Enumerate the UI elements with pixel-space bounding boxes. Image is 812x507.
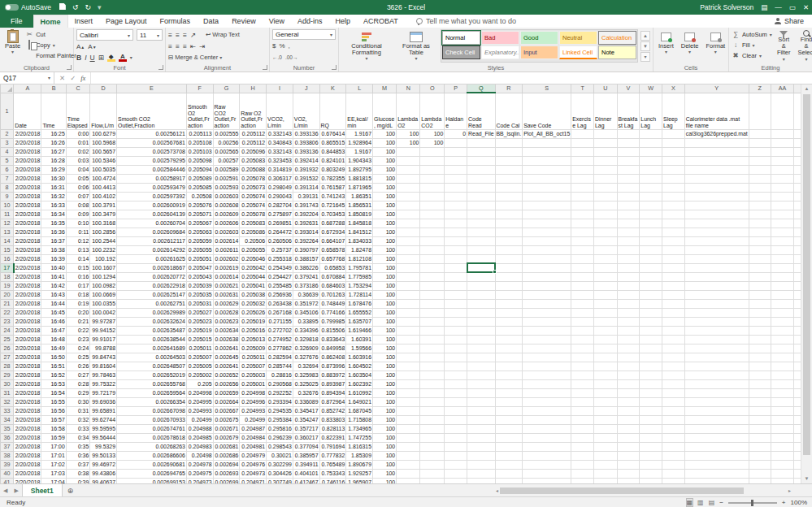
autosave-toggle[interactable]: AutoSave [0,3,56,11]
cell-V11[interactable] [617,210,640,219]
cell-I22[interactable]: 0.267168 [267,308,293,317]
row-header-17[interactable]: 17 [1,263,14,272]
cell-G41[interactable]: 0.002699 [213,478,240,483]
cell-I17[interactable]: 0.254349 [267,263,293,272]
cell-Q8[interactable] [467,183,495,192]
cell-K20[interactable]: 0.701263 [319,290,346,299]
cell-H22[interactable]: 0.205026 [240,308,267,317]
cell-Y36[interactable] [684,433,749,442]
undo-button[interactable]: ↺ [72,0,79,15]
formula-input[interactable] [91,72,812,84]
cell-G30[interactable]: 0.002656 [213,379,240,388]
cell-P33[interactable] [445,406,467,415]
cell-E20[interactable]: 0.002625147 [117,290,187,299]
font-name-select[interactable]: Calibri▾ [76,29,133,41]
cell-S21[interactable] [523,299,571,308]
cell-K22[interactable]: 0.774166 [319,308,346,317]
cell-C20[interactable]: 0:18 [66,290,90,299]
cell-R26[interactable] [495,344,523,353]
cell-Y21[interactable] [684,299,749,308]
cell-N2[interactable]: 100 [397,129,420,138]
cell-M25[interactable]: 100 [373,335,397,344]
cell-D2[interactable]: 100.6279 [90,129,117,138]
row-header-3[interactable]: 3 [1,138,14,147]
cell-C32[interactable]: 0:30 [66,397,90,406]
cell-V13[interactable] [617,228,640,236]
cell-I32[interactable]: 0.293394 [267,397,293,406]
cell-W12[interactable] [640,219,662,228]
cell-L35[interactable]: 1.734965 [346,424,373,433]
cell-X2[interactable] [662,129,685,138]
cell-P31[interactable] [445,388,467,397]
cell-J36[interactable]: 0.360217 [293,433,319,442]
tell-me-search[interactable]: Tell me what you want to do [416,15,516,28]
cell-R14[interactable] [495,236,523,245]
cell-B33[interactable]: 16:56 [41,406,66,415]
cell-K29[interactable]: 0.883972 [319,370,346,379]
col-header-S[interactable]: S [523,84,571,93]
cell-Y17[interactable] [684,263,749,272]
cell-Q5[interactable] [467,156,495,165]
cell-R8[interactable] [495,183,523,192]
cell-Y40[interactable] [684,469,749,478]
cell-X31[interactable] [662,388,685,397]
row-header-5[interactable]: 5 [1,156,14,165]
cell-U17[interactable] [593,263,617,272]
cell-B26[interactable]: 16:49 [41,344,66,353]
cell-Y26[interactable] [684,344,749,353]
cell-J33[interactable]: 0.345417 [293,406,319,415]
cell-AA5[interactable] [771,156,793,165]
cell-Z41[interactable] [749,478,771,483]
cell-A5[interactable]: 2/20/2018 [14,156,41,165]
cell-J24[interactable]: 0.334396 [293,326,319,335]
cell-A2[interactable]: 2/20/2018 [14,129,41,138]
cell-D7[interactable]: 100.4724 [90,174,117,183]
cell-H21[interactable]: 0.205032 [240,299,267,308]
cell-E37[interactable]: 0.00268263 [117,442,187,451]
cell-L2[interactable]: 1.9167 [346,129,373,138]
cell-G5[interactable]: 0.00257 [213,156,240,165]
cell-M9[interactable]: 100 [373,192,397,201]
cell-Q10[interactable] [467,201,495,210]
cell-P40[interactable] [445,469,467,478]
row-header-36[interactable]: 36 [1,433,14,442]
cell-T19[interactable] [571,281,594,290]
cell-style-note[interactable]: Note [598,46,636,59]
cell-V27[interactable] [617,353,640,362]
shrink-font-button[interactable]: A▼ [88,43,96,50]
cell-style-calculation[interactable]: Calculation [598,31,636,45]
cell-T39[interactable] [571,460,594,469]
cell-AA24[interactable] [771,326,793,335]
cell-V7[interactable] [617,174,640,183]
cell-R24[interactable] [495,326,523,335]
cell-U39[interactable] [593,460,617,469]
cell-C38[interactable]: 0:36 [66,451,90,460]
scroll-up-icon[interactable]: ▲ [801,84,812,93]
cell-L11[interactable]: 1.850819 [346,210,373,219]
cell-G14[interactable]: 0.002614 [213,236,240,245]
cell-I14[interactable]: 0.260506 [267,236,293,245]
cell-I27[interactable]: 0.282594 [267,353,293,362]
cell-AA33[interactable] [771,406,793,415]
enter-icon[interactable]: ✓ [70,74,76,82]
cell-W7[interactable] [640,174,662,183]
format-cells-button[interactable]: Format▾ [703,29,727,63]
cell-N13[interactable] [397,228,420,236]
cell-U22[interactable] [593,308,617,317]
cell-U3[interactable] [593,138,617,147]
cell-X16[interactable] [662,254,685,263]
cell-I38[interactable]: 0.30021 [267,451,293,460]
delete-cells-button[interactable]: Delete▾ [679,29,701,63]
cell-U2[interactable] [593,129,617,138]
cell-J40[interactable]: 0.404101 [293,469,319,478]
font-dialog-launcher[interactable] [158,65,163,70]
save-button[interactable] [59,0,66,15]
cell-R17[interactable] [495,263,523,272]
cell-T16[interactable] [571,254,594,263]
cell-G37[interactable]: 0.002681 [213,442,240,451]
cell-S36[interactable] [523,433,571,442]
cell-A26[interactable]: 2/20/2018 [14,344,41,353]
cell-L9[interactable]: 1.86351 [346,192,373,201]
normal-view-button[interactable]: ▦ [687,499,693,506]
cell-O2[interactable]: 100 [420,129,445,138]
